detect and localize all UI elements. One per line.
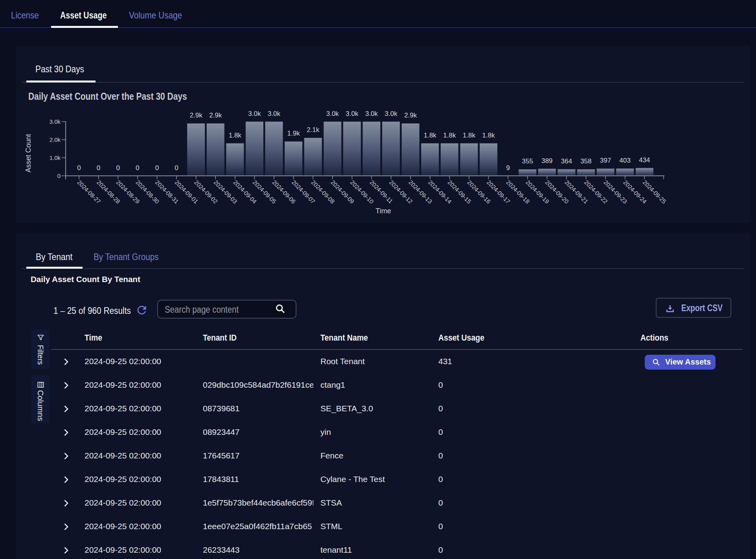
svg-text:2.9k: 2.9k <box>190 112 203 119</box>
svg-text:3.0k: 3.0k <box>50 118 61 125</box>
svg-text:397: 397 <box>600 157 611 164</box>
svg-text:2.9k: 2.9k <box>209 112 222 119</box>
svg-text:3.0k: 3.0k <box>326 110 339 117</box>
svg-text:355: 355 <box>522 158 533 165</box>
svg-text:1.9k: 1.9k <box>287 130 300 137</box>
svg-text:364: 364 <box>561 158 572 165</box>
svg-text:1.8k: 1.8k <box>463 132 476 139</box>
svg-text:0: 0 <box>97 164 100 172</box>
svg-text:3.0k: 3.0k <box>365 110 378 117</box>
svg-text:Asset Count: Asset Count <box>24 134 32 172</box>
svg-text:2.1k: 2.1k <box>307 126 320 134</box>
svg-text:0: 0 <box>155 164 159 172</box>
svg-text:0: 0 <box>136 164 139 172</box>
svg-text:Time: Time <box>375 207 391 215</box>
svg-text:1.8k: 1.8k <box>482 132 495 139</box>
svg-text:0: 0 <box>57 172 61 179</box>
svg-text:3.0k: 3.0k <box>268 110 281 117</box>
svg-text:3.0k: 3.0k <box>248 110 261 117</box>
svg-text:0: 0 <box>77 164 81 172</box>
svg-text:3.0k: 3.0k <box>385 110 398 117</box>
svg-text:1.8k: 1.8k <box>424 132 437 139</box>
svg-text:1.0k: 1.0k <box>50 154 61 161</box>
svg-text:1.8k: 1.8k <box>229 132 242 139</box>
svg-text:1.8k: 1.8k <box>443 132 456 139</box>
svg-text:0: 0 <box>175 164 178 172</box>
svg-text:403: 403 <box>620 157 631 164</box>
svg-text:3.0k: 3.0k <box>346 110 359 117</box>
svg-text:358: 358 <box>580 158 591 165</box>
svg-text:434: 434 <box>639 156 650 164</box>
svg-text:9: 9 <box>506 164 510 172</box>
svg-text:389: 389 <box>541 157 552 165</box>
svg-text:2.0k: 2.0k <box>50 136 61 143</box>
svg-text:0: 0 <box>116 164 120 172</box>
svg-text:2.9k: 2.9k <box>404 112 417 119</box>
